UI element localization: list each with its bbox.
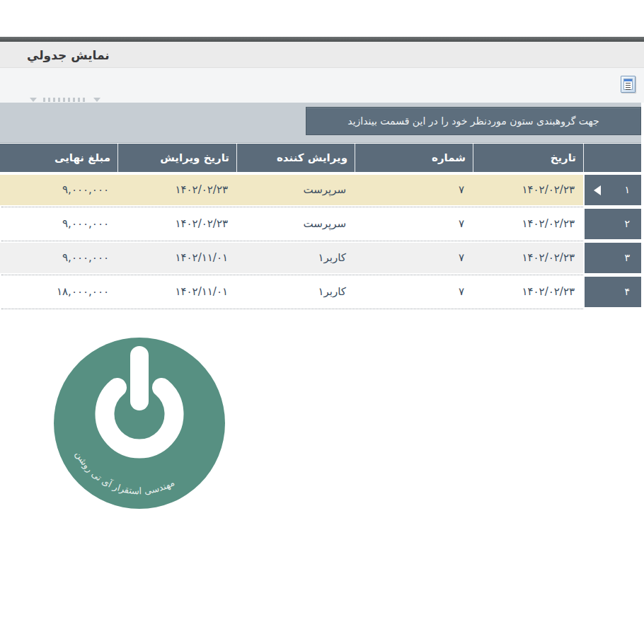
row-number: ۴ (624, 286, 630, 297)
column-header-editor[interactable]: ویرایش کننده (236, 144, 355, 172)
cell-number: ۷ (355, 175, 473, 205)
table-row[interactable]: ۳ ۱۴۰۲/۰۲/۲۳ ۷ کاربر۱ ۱۴۰۲/۱۱/۰۱ ۹,۰۰۰,۰… (0, 243, 641, 273)
cell-amount: ۹,۰۰۰,۰۰۰ (0, 209, 117, 239)
column-header-amount[interactable]: مبلغ نهایی (0, 144, 117, 172)
top-divider-bar (0, 37, 644, 42)
power-logo: مهندسی استقرار آی تی روشن (35, 322, 248, 531)
row-separator (0, 273, 641, 277)
column-header-edit-date[interactable]: تاریخ ویرایش (117, 144, 236, 172)
cell-amount: ۱۸,۰۰۰,۰۰۰ (0, 277, 117, 307)
focused-row-indicator (594, 185, 601, 195)
cell-number: ۷ (355, 277, 473, 307)
cell-date: ۱۴۰۲/۰۲/۲۳ (473, 243, 583, 273)
row-separator (0, 307, 641, 311)
row-number: ۲ (624, 218, 630, 229)
cell-amount: ۹,۰۰۰,۰۰۰ (0, 175, 117, 205)
row-number-cell[interactable]: ۲ (583, 209, 641, 239)
column-chooser-icon-line (626, 85, 631, 86)
column-header-date[interactable]: تاریخ (473, 144, 583, 172)
title-strip: نمايش جدولي (0, 42, 644, 68)
page-title: نمايش جدولي (27, 42, 110, 68)
tick-marks-decoration (43, 98, 87, 102)
table-row[interactable]: ۲ ۱۴۰۲/۰۲/۲۳ ۷ سرپرست ۱۴۰۲/۰۲/۲۳ ۹,۰۰۰,۰… (0, 209, 641, 239)
data-grid: تاریخ شماره ویرایش کننده تاریخ ویرایش مب… (0, 144, 641, 311)
chevron-down-icon (30, 98, 37, 102)
row-number-cell[interactable]: ۴ (583, 277, 641, 307)
column-chooser-icon-line (626, 89, 631, 90)
cell-edit-date: ۱۴۰۲/۰۲/۲۳ (117, 175, 236, 205)
cell-editor: کاربر۱ (236, 243, 355, 273)
cell-editor: کاربر۱ (236, 277, 355, 307)
table-header-row: تاریخ شماره ویرایش کننده تاریخ ویرایش مب… (0, 144, 641, 172)
chevron-down-icon (93, 98, 100, 102)
group-panel-peek-decoration (30, 98, 100, 102)
row-number: ۳ (624, 252, 630, 263)
cell-date: ۱۴۰۲/۰۲/۲۳ (473, 209, 583, 239)
row-number-cell[interactable]: ۳ (583, 243, 641, 273)
cell-edit-date: ۱۴۰۲/۰۲/۲۳ (117, 209, 236, 239)
table-body: ۱ ۱۴۰۲/۰۲/۲۳ ۷ سرپرست ۱۴۰۲/۰۲/۲۳ ۹,۰۰۰,۰… (0, 175, 641, 311)
cell-edit-date: ۱۴۰۲/۱۱/۰۱ (117, 277, 236, 307)
page: نمايش جدولي جهت گروهبندی ستون موردنظر خو… (0, 0, 644, 644)
column-chooser-button[interactable] (621, 76, 636, 93)
cell-date: ۱۴۰۲/۰۲/۲۳ (473, 277, 583, 307)
cell-number: ۷ (355, 209, 473, 239)
cell-amount: ۹,۰۰۰,۰۰۰ (0, 243, 117, 273)
cell-editor: سرپرست (236, 209, 355, 239)
row-separator (0, 205, 641, 209)
table-row[interactable]: ۴ ۱۴۰۲/۰۲/۲۳ ۷ کاربر۱ ۱۴۰۲/۱۱/۰۱ ۱۸,۰۰۰,… (0, 277, 641, 307)
cell-date: ۱۴۰۲/۰۲/۲۳ (473, 175, 583, 205)
column-chooser-icon-line (626, 83, 631, 84)
row-number: ۱ (624, 184, 630, 195)
column-chooser-icon-line (626, 87, 631, 88)
cell-number: ۷ (355, 243, 473, 273)
table-row[interactable]: ۱ ۱۴۰۲/۰۲/۲۳ ۷ سرپرست ۱۴۰۲/۰۲/۲۳ ۹,۰۰۰,۰… (0, 175, 641, 205)
cell-editor: سرپرست (236, 175, 355, 205)
row-separator (0, 239, 641, 243)
cell-edit-date: ۱۴۰۲/۱۱/۰۱ (117, 243, 236, 273)
row-indicator-header (583, 144, 641, 172)
row-number-cell[interactable]: ۱ (583, 175, 641, 205)
group-drop-hint[interactable]: جهت گروهبندی ستون موردنظر خود را در این … (306, 107, 641, 135)
column-chooser-icon (623, 79, 633, 90)
column-header-number[interactable]: شماره (355, 144, 473, 172)
column-chooser-icon-titlebar (624, 79, 632, 81)
